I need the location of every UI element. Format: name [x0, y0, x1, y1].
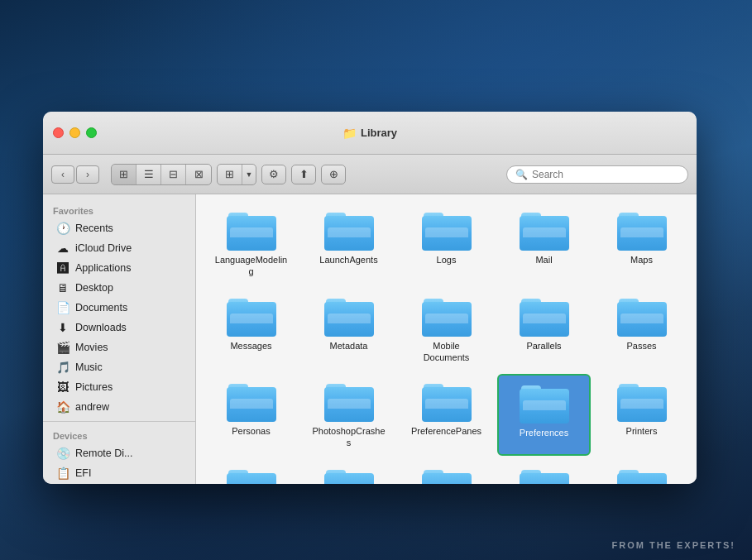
- file-item-safari[interactable]: Safari: [302, 460, 395, 484]
- file-item-parallels[interactable]: Parallels: [497, 289, 591, 371]
- sidebar-divider: [43, 421, 195, 422]
- folder-icon-logs: [422, 209, 472, 251]
- sidebar-item-documents[interactable]: 📄 Documents: [46, 298, 192, 318]
- folder-icon-printers: [617, 381, 667, 422]
- folder-icon-safari: [324, 467, 374, 484]
- sidebar-item-recents[interactable]: 🕐 Recents: [46, 218, 192, 238]
- file-item-preference-panes[interactable]: PreferencePanes: [400, 374, 493, 456]
- file-item-logs[interactable]: Logs: [400, 203, 493, 285]
- view-gallery-button[interactable]: ⊠: [186, 165, 211, 184]
- file-item-saved-application-state[interactable]: Saved Application State: [497, 460, 591, 484]
- file-label-metadata: Metadata: [330, 340, 368, 352]
- folder-icon-photoshop-crashes: [324, 381, 374, 422]
- file-label-logs: Logs: [437, 254, 457, 266]
- sidebar-item-icloud[interactable]: ☁ iCloud Drive: [46, 238, 192, 258]
- sidebar-item-remote-disc[interactable]: 💿 Remote Di...: [46, 443, 192, 463]
- folder-icon-language-modeling: [227, 209, 276, 251]
- file-grid: LanguageModelingLaunchAgentsLogsMailMaps…: [200, 203, 692, 484]
- finder-window: 📁 Library ‹ › ⊞ ☰ ⊟ ⊠ ⊞ ▼ ⚙ ⬆ ⊕ 🔍: [43, 112, 697, 484]
- file-label-mail: Mail: [535, 254, 552, 266]
- forward-button[interactable]: ›: [76, 165, 99, 184]
- sidebar-item-label: Downloads: [75, 322, 127, 333]
- file-item-metadata[interactable]: Metadata: [302, 289, 395, 371]
- file-item-safari-safe-browsing[interactable]: SafariSafeBrowsing: [400, 460, 493, 484]
- traffic-lights: [53, 127, 97, 138]
- file-item-messages[interactable]: Messages: [204, 289, 298, 371]
- back-button[interactable]: ‹: [51, 165, 74, 184]
- toolbar: ‹ › ⊞ ☰ ⊟ ⊠ ⊞ ▼ ⚙ ⬆ ⊕ 🔍: [43, 155, 697, 194]
- view-toggle-group: ⊞ ☰ ⊟ ⊠: [111, 164, 212, 185]
- file-item-language-modeling[interactable]: LanguageModeling: [204, 203, 298, 285]
- content-area: Favorites 🕐 Recents ☁ iCloud Drive 🅰 App…: [43, 194, 697, 484]
- folder-icon-screen-savers: [617, 467, 667, 484]
- file-item-photoshop-crashes[interactable]: PhotoshopCrashes: [302, 374, 395, 456]
- file-item-passes[interactable]: Passes: [595, 289, 688, 371]
- sidebar-item-pictures[interactable]: 🖼 Pictures: [46, 377, 192, 397]
- arrange-button[interactable]: ⊞: [218, 165, 242, 184]
- sidebar-item-andrew[interactable]: 🏠 andrew: [46, 397, 192, 417]
- view-icon-button[interactable]: ⊞: [112, 165, 137, 184]
- disc-icon: 💿: [56, 447, 69, 460]
- file-label-launch-agents: LaunchAgents: [319, 254, 377, 266]
- sidebar-item-efi[interactable]: 📋 EFI: [46, 463, 192, 483]
- file-label-mobile-documents: Mobile Documents: [410, 340, 484, 364]
- pictures-icon: 🖼: [56, 381, 69, 394]
- action-button[interactable]: ⚙: [261, 165, 286, 184]
- sidebar-item-label: andrew: [75, 401, 109, 413]
- sidebar-item-label: Music: [75, 361, 103, 373]
- file-item-pub-sub[interactable]: PubSub: [204, 460, 298, 484]
- file-item-screen-savers[interactable]: Screen Savers: [595, 460, 688, 484]
- file-label-passes: Passes: [626, 340, 656, 352]
- desktop-icon: 🖥: [56, 281, 69, 294]
- file-label-personas: Personas: [232, 425, 270, 437]
- sidebar: Favorites 🕐 Recents ☁ iCloud Drive 🅰 App…: [43, 194, 196, 484]
- view-columns-button[interactable]: ⊟: [161, 165, 186, 184]
- sidebar-item-label: Movies: [75, 342, 108, 353]
- file-item-launch-agents[interactable]: LaunchAgents: [302, 203, 395, 285]
- pills-button[interactable]: ⊕: [321, 165, 346, 184]
- folder-icon-saved-application-state: [520, 467, 569, 484]
- window-title: 📁 Library: [342, 127, 397, 140]
- file-item-mail[interactable]: Mail: [497, 203, 591, 285]
- sidebar-item-downloads[interactable]: ⬇ Downloads: [46, 318, 192, 337]
- search-input[interactable]: [532, 169, 679, 180]
- folder-icon-metadata: [324, 295, 374, 337]
- file-label-preference-panes: PreferencePanes: [411, 425, 481, 437]
- file-grid-container: LanguageModelingLaunchAgentsLogsMailMaps…: [196, 194, 697, 484]
- file-item-maps[interactable]: Maps: [595, 203, 688, 285]
- search-icon: 🔍: [515, 169, 528, 180]
- sidebar-item-applications[interactable]: 🅰 Applications: [46, 258, 192, 278]
- maximize-button[interactable]: [86, 127, 97, 138]
- view-list-button[interactable]: ☰: [137, 165, 161, 184]
- file-item-mobile-documents[interactable]: Mobile Documents: [400, 289, 493, 371]
- nav-buttons: ‹ ›: [51, 165, 99, 184]
- movies-icon: 🎬: [56, 341, 69, 354]
- folder-icon-maps: [617, 209, 667, 251]
- window-title-text: Library: [361, 127, 397, 139]
- arrange-dropdown-button[interactable]: ▼: [242, 165, 256, 184]
- sidebar-item-movies[interactable]: 🎬 Movies: [46, 337, 192, 357]
- close-button[interactable]: [53, 127, 64, 138]
- icloud-icon: ☁: [56, 242, 69, 255]
- sidebar-item-label: Desktop: [75, 282, 113, 294]
- music-icon: 🎵: [56, 361, 69, 374]
- sidebar-item-music[interactable]: 🎵 Music: [46, 357, 192, 377]
- watermark-text: FROM THE EXPERTS!: [611, 540, 735, 550]
- file-label-photoshop-crashes: PhotoshopCrashes: [312, 425, 386, 449]
- downloads-icon: ⬇: [56, 321, 69, 334]
- devices-section-title: Devices: [43, 426, 195, 443]
- folder-icon-parallels: [520, 295, 569, 337]
- title-bar: 📁 Library: [43, 112, 697, 155]
- sidebar-item-label: Recents: [75, 223, 113, 234]
- minimize-button[interactable]: [69, 127, 80, 138]
- sidebar-item-desktop[interactable]: 🖥 Desktop: [46, 278, 192, 298]
- share-button[interactable]: ⬆: [291, 165, 316, 184]
- file-item-printers[interactable]: Printers: [595, 374, 688, 456]
- folder-icon-personas: [227, 381, 276, 422]
- folder-icon-preference-panes: [422, 381, 472, 422]
- file-item-personas[interactable]: Personas: [204, 374, 298, 456]
- file-label-messages: Messages: [230, 340, 271, 352]
- file-item-preferences[interactable]: Preferences: [497, 374, 591, 456]
- folder-icon-mobile-documents: [422, 295, 472, 337]
- recents-icon: 🕐: [56, 222, 69, 235]
